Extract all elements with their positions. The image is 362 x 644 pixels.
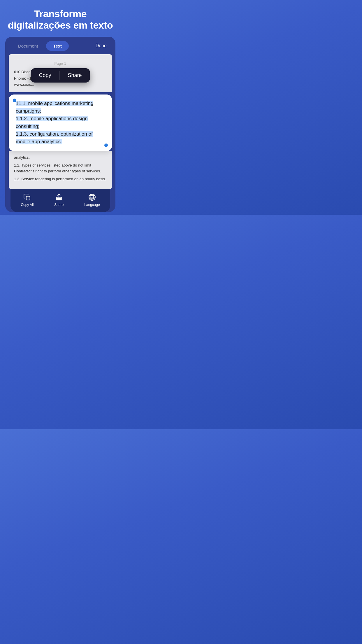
language-button[interactable]: Language [84, 193, 100, 207]
analytics-text: analytics. [14, 155, 107, 160]
language-label: Language [84, 203, 100, 207]
page-label: Page 1 [14, 59, 107, 66]
done-button[interactable]: Done [93, 41, 110, 51]
selection-handle-bottom [104, 144, 108, 147]
share-toolbar-button[interactable]: Share [54, 193, 64, 207]
doc-more-section: analytics. 1.2. Types of services listed… [9, 151, 112, 189]
selected-text: 11.1. mobile applications marketing camp… [13, 100, 107, 146]
selected-line-3: 1.1.3. configuration, optimization of mo… [16, 131, 93, 144]
selected-line-1: 11.1. mobile applications marketing camp… [16, 101, 93, 114]
document-area: Page 1 610 Bisca... Phone: +1... www.sea… [9, 54, 112, 92]
copy-all-icon [23, 193, 31, 201]
popup-menu: Copy Share [31, 68, 90, 83]
tab-bar: Document Text Done [5, 37, 115, 54]
tab-document[interactable]: Document [11, 41, 45, 51]
app-card: Document Text Done Page 1 610 Bisca... P… [5, 37, 115, 212]
section-1-2-text: 1.2. Types of services listed above do n… [14, 162, 107, 174]
copy-all-button[interactable]: Copy All [21, 193, 34, 207]
section-1-3-text: 1.3. Service rendering is performed on a… [14, 176, 107, 182]
share-button[interactable]: Share [59, 68, 90, 83]
page-title: Transforme digitalizações em texto [6, 8, 115, 31]
selection-handle-top [13, 99, 16, 102]
share-label: Share [54, 203, 64, 207]
share-icon [55, 193, 63, 201]
language-icon [88, 193, 96, 201]
tab-text[interactable]: Text [46, 41, 69, 51]
bottom-toolbar: Copy All Share [10, 189, 110, 212]
copy-button[interactable]: Copy [31, 68, 59, 83]
selection-card: 11.1. mobile applications marketing camp… [9, 94, 112, 151]
copy-all-label: Copy All [21, 203, 34, 207]
header-section: Transforme digitalizações em texto [0, 0, 121, 37]
svg-rect-0 [26, 196, 30, 200]
selected-line-2: 1.1.2. mobile applications design consul… [16, 116, 88, 129]
